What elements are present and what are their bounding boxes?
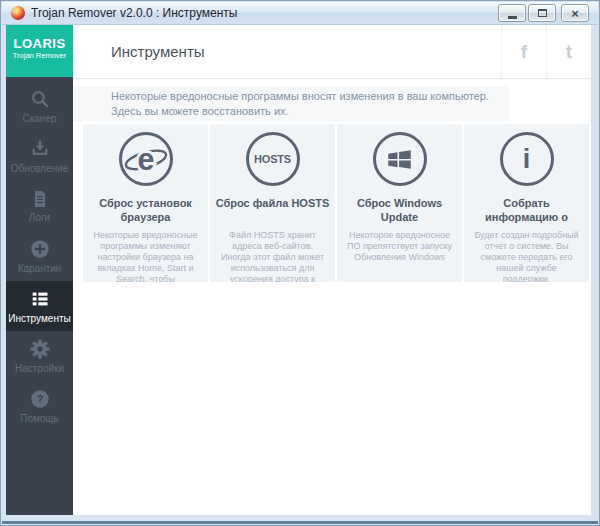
logo-subtitle: Trojan Remover (6, 51, 73, 60)
content-header: Инструменты f t (73, 25, 591, 79)
tools-grid: e e Сброс установок браузера Некоторые в… (83, 124, 589, 282)
info-banner-line2: Здесь вы можете восстановить их. (111, 104, 489, 119)
sidebar-item-label: Инструменты (8, 313, 70, 324)
tool-card-reset-browser[interactable]: e e Сброс установок браузера Некоторые в… (83, 124, 208, 282)
sidebar-item-label: Логи (29, 212, 50, 223)
sidebar-nav: Сканер Обновление (6, 81, 73, 431)
window-controls: × (498, 4, 589, 22)
sidebar-item-logs[interactable]: Логи (6, 181, 73, 231)
maximize-button[interactable] (528, 4, 556, 22)
info-icon: i (500, 132, 554, 186)
download-icon (29, 138, 51, 160)
app-logo: LOARIS Trojan Remover (6, 25, 73, 77)
question-icon: ? (29, 388, 51, 410)
close-button[interactable]: × (561, 4, 589, 22)
tool-card-reset-windows-update[interactable]: Сброс Windows Update Некоторое вредоносн… (337, 124, 462, 282)
sidebar-item-quarantine[interactable]: Карантин (6, 231, 73, 281)
logo-name: LOARIS (6, 37, 73, 51)
plus-circle-icon (29, 238, 51, 260)
svg-text:?: ? (36, 393, 43, 405)
sidebar-item-update[interactable]: Обновление (6, 131, 73, 181)
tool-description: Некоторые вредоносные программы изменяют… (83, 230, 208, 282)
close-icon: × (571, 7, 579, 20)
document-icon (30, 189, 50, 209)
tool-title: Сброс Windows Update (337, 196, 462, 224)
main-content: Инструменты f t Некоторые вредоносные пр… (73, 25, 591, 515)
sidebar-item-help[interactable]: ? Помощь (6, 381, 73, 431)
content-empty-area (73, 282, 591, 515)
facebook-icon: f (521, 41, 527, 63)
maximize-icon (538, 9, 547, 17)
twitter-icon: t (566, 41, 572, 63)
sidebar-item-label: Помощь (20, 413, 59, 424)
list-icon (29, 288, 51, 310)
sidebar-item-settings[interactable]: Настройки (6, 331, 73, 381)
tool-card-reset-hosts[interactable]: HOSTS Сброс файла HOSTS Файл HOSTS храни… (210, 124, 335, 282)
gear-icon (29, 338, 51, 360)
screen: { "window": { "title": "Trojan Remover v… (0, 0, 600, 526)
svg-text:e: e (137, 142, 154, 176)
minimize-icon (508, 16, 517, 19)
info-banner-line1: Некоторые вредоносные программы вносят и… (111, 89, 489, 104)
search-icon (29, 88, 51, 110)
sidebar-item-tools[interactable]: Инструменты (6, 281, 73, 331)
app-window: LOARIS Trojan Remover Сканер (6, 25, 591, 515)
sidebar-item-scanner[interactable]: Сканер (6, 81, 73, 131)
titlebar: Trojan Remover v2.0.0 : Инструменты × (2, 2, 598, 25)
sidebar-item-label: Сканер (22, 113, 56, 124)
minimize-button[interactable] (498, 4, 526, 22)
sidebar-item-label: Настройки (15, 363, 64, 374)
sidebar-item-label: Обновление (11, 163, 69, 174)
social-bar: f t (501, 25, 591, 78)
tool-title: Сброс файла HOSTS (210, 196, 335, 224)
sidebar: LOARIS Trojan Remover Сканер (6, 25, 73, 515)
tool-description: Будет создан подробный отчет о системе. … (464, 230, 589, 282)
tool-description: Файл HOSTS хранит адреса веб-сайтов. Ино… (210, 230, 335, 282)
ie-icon: e e (119, 132, 173, 186)
sidebar-item-label: Карантин (18, 263, 62, 274)
tool-title: Сброс установок браузера (83, 196, 208, 224)
hosts-icon: HOSTS (246, 132, 300, 186)
page-title: Инструменты (111, 43, 501, 60)
tool-title: Собрать информацию о (464, 196, 589, 224)
window-title: Trojan Remover v2.0.0 : Инструменты (31, 6, 492, 20)
tool-description: Некоторое вредоносное ПО препятствует за… (337, 230, 462, 263)
windows-icon (373, 132, 427, 186)
tool-card-collect-info[interactable]: i Собрать информацию о Будет создан подр… (464, 124, 589, 282)
twitter-button[interactable]: t (546, 25, 591, 78)
app-icon (11, 6, 25, 20)
facebook-button[interactable]: f (501, 25, 546, 78)
info-banner: Некоторые вредоносные программы вносят и… (73, 86, 509, 121)
